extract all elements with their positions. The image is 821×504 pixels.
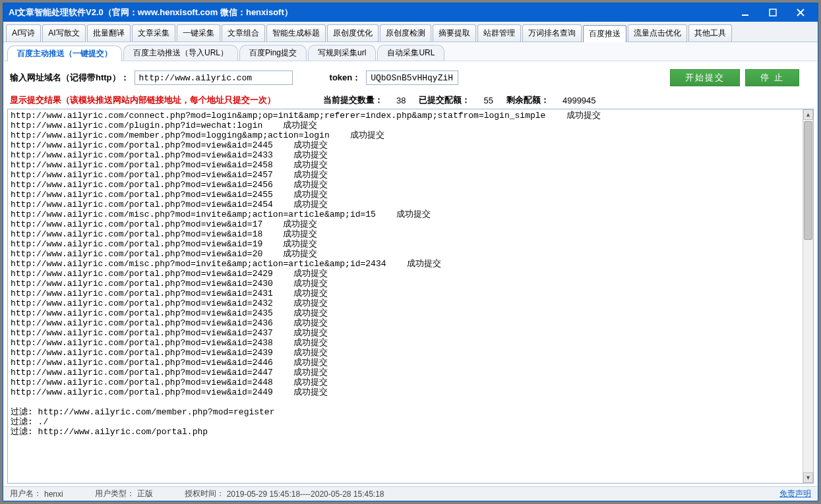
submitted-quota-value: 55 bbox=[474, 96, 502, 105]
main-tab-8[interactable]: 原创度检测 bbox=[380, 24, 431, 42]
remaining-quota-value: 4999945 bbox=[553, 96, 605, 105]
status-user-label: 用户名： bbox=[10, 488, 42, 499]
stop-button[interactable]: 停 止 bbox=[745, 69, 799, 86]
stats-row: 显示提交结果（该模块推送网站内部链接地址，每个地址只提交一次） 当前提交数量： … bbox=[3, 93, 818, 109]
scroll-thumb[interactable] bbox=[804, 121, 812, 240]
submitted-quota-label: 已提交配额： bbox=[419, 94, 470, 106]
sub-tab-bar: 百度主动推送（一键提交）百度主动推送（导入URL）百度Ping提交写规则采集ur… bbox=[3, 42, 818, 61]
minimize-button[interactable] bbox=[732, 6, 758, 19]
main-tab-0[interactable]: AI写诗 bbox=[6, 24, 41, 42]
status-type-value: 正版 bbox=[137, 488, 153, 499]
status-user-value: henxi bbox=[44, 490, 63, 499]
sub-tab-0[interactable]: 百度主动推送（一键提交） bbox=[7, 45, 122, 61]
app-window: AI文章智能处理软件V2.0（官网：www.henxisoft.com 微信：h… bbox=[3, 3, 818, 501]
input-row: 输入网址域名（记得带http）： token： 开始提交 停 止 bbox=[3, 61, 818, 93]
main-tab-4[interactable]: 一键采集 bbox=[177, 24, 220, 42]
scrollbar: ▲ ▼ bbox=[803, 109, 813, 483]
remaining-quota-label: 剩余配额： bbox=[506, 94, 549, 106]
titlebar: AI文章智能处理软件V2.0（官网：www.henxisoft.com 微信：h… bbox=[3, 3, 818, 22]
main-tab-14[interactable]: 其他工具 bbox=[688, 24, 732, 42]
main-tab-7[interactable]: 原创度优化 bbox=[327, 24, 379, 42]
scroll-down-button[interactable]: ▼ bbox=[803, 472, 813, 483]
current-count-label: 当前提交数量： bbox=[323, 94, 383, 106]
window-title: AI文章智能处理软件V2.0（官网：www.henxisoft.com 微信：h… bbox=[9, 7, 731, 18]
status-type-label: 用户类型： bbox=[95, 488, 135, 499]
svg-rect-0 bbox=[742, 14, 748, 16]
scroll-up-button[interactable]: ▲ bbox=[803, 109, 813, 120]
sub-tab-3[interactable]: 写规则采集url bbox=[308, 45, 376, 61]
log-text[interactable]: http://www.ailyric.com/connect.php?mod=l… bbox=[8, 109, 803, 483]
main-tab-11[interactable]: 万词排名查询 bbox=[522, 24, 582, 42]
main-tab-13[interactable]: 流量点击优化 bbox=[628, 24, 687, 42]
status-auth-value: 2019-05-29 15:45:18----2020-05-28 15:45:… bbox=[227, 490, 384, 499]
current-count-value: 38 bbox=[387, 96, 415, 105]
main-tab-10[interactable]: 站群管理 bbox=[477, 24, 521, 42]
start-submit-button[interactable]: 开始提交 bbox=[670, 69, 740, 86]
main-tab-3[interactable]: 文章采集 bbox=[132, 24, 175, 42]
main-tab-1[interactable]: AI写散文 bbox=[42, 24, 85, 42]
token-input[interactable] bbox=[366, 70, 458, 85]
domain-label: 输入网址域名（记得带http）： bbox=[10, 72, 129, 84]
main-tab-9[interactable]: 摘要提取 bbox=[433, 24, 476, 42]
maximize-button[interactable] bbox=[760, 6, 786, 19]
main-tab-6[interactable]: 智能生成标题 bbox=[266, 24, 326, 42]
status-bar: 用户名： henxi 用户类型： 正版 授权时间： 2019-05-29 15:… bbox=[3, 486, 818, 501]
token-label: token： bbox=[330, 72, 361, 84]
main-tab-5[interactable]: 文章组合 bbox=[222, 24, 265, 42]
close-button[interactable] bbox=[787, 6, 814, 19]
scroll-track[interactable] bbox=[803, 120, 813, 472]
main-tab-bar: AI写诗AI写散文批量翻译文章采集一键采集文章组合智能生成标题原创度优化原创度检… bbox=[3, 22, 818, 42]
sub-tab-4[interactable]: 自动采集URL bbox=[377, 45, 444, 61]
log-panel: http://www.ailyric.com/connect.php?mod=l… bbox=[7, 109, 814, 484]
disclaimer-link[interactable]: 免责声明 bbox=[779, 488, 811, 499]
main-tab-12[interactable]: 百度推送 bbox=[583, 25, 626, 42]
sub-tab-2[interactable]: 百度Ping提交 bbox=[239, 45, 307, 61]
sub-tab-1[interactable]: 百度主动推送（导入URL） bbox=[123, 45, 238, 61]
svg-rect-1 bbox=[770, 9, 776, 16]
status-auth-label: 授权时间： bbox=[185, 488, 224, 499]
result-label: 显示提交结果（该模块推送网站内部链接地址，每个地址只提交一次） bbox=[10, 94, 276, 106]
domain-input[interactable] bbox=[135, 70, 293, 85]
main-tab-2[interactable]: 批量翻译 bbox=[87, 24, 131, 42]
